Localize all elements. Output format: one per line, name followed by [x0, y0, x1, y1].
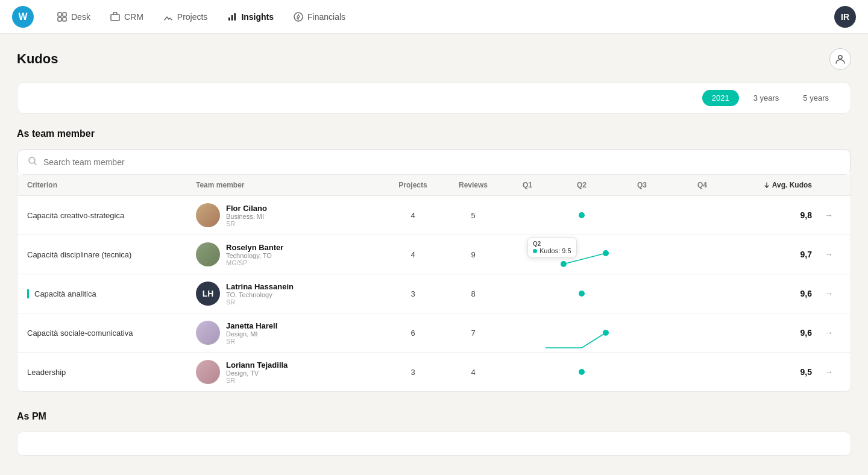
q2-cell [552, 212, 612, 218]
team-member-section: As team member Criterion Team member Pro… [17, 128, 851, 392]
pm-section: As PM [17, 411, 851, 456]
search-bar [17, 149, 851, 175]
svg-rect-6 [231, 15, 233, 20]
nav-item-financials[interactable]: Financials [285, 7, 354, 27]
tooltip-box: Q2 Kudos: 9.5 [527, 238, 577, 257]
table-row: Leadership Loriann Tejadilla Design, TV … [17, 353, 851, 391]
svg-rect-4 [111, 14, 119, 20]
avatar [196, 360, 220, 384]
crm-icon [110, 11, 121, 22]
pm-section-title: As PM [17, 411, 851, 422]
nav-item-insights[interactable]: Insights [218, 7, 282, 27]
member-cell: Janetta Harell Design, MI SR [196, 321, 383, 345]
table-row: Capacità analitica LH Latrina Hassanein … [17, 274, 851, 313]
projects-cell: 4 [383, 211, 443, 220]
financials-icon [293, 11, 304, 22]
reviews-cell: 4 [443, 368, 503, 377]
member-cell: LH Latrina Hassanein TO, Technology SR [196, 282, 383, 306]
filter-3years[interactable]: 3 years [744, 90, 789, 106]
projects-cell: 4 [383, 250, 443, 259]
svg-rect-1 [63, 13, 66, 16]
sort-icon [764, 182, 770, 188]
nav-items: Desk CRM Projects Insights [48, 7, 829, 27]
th-q4: Q4 [672, 181, 732, 189]
member-cell: Loriann Tejadilla Design, TV SR [196, 360, 383, 384]
svg-rect-0 [58, 13, 61, 16]
nav-item-desk[interactable]: Desk [48, 7, 99, 27]
th-q1: Q1 [503, 181, 552, 189]
table-row: Capacità sociale-comunicativa Janetta Ha… [17, 313, 851, 353]
th-q3: Q3 [612, 181, 672, 189]
svg-line-15 [582, 333, 606, 348]
q2-cell [552, 369, 612, 375]
avatar [196, 321, 220, 345]
projects-cell: 3 [383, 368, 443, 377]
table-header: Criterion Team member Projects Reviews Q… [17, 175, 851, 196]
app-logo[interactable]: W [12, 6, 34, 28]
mini-chart-svg [546, 327, 624, 353]
th-projects: Projects [383, 181, 443, 189]
table-row: Capacità creativo-strategica Flor Cilano… [17, 196, 851, 235]
page-title: Kudos [17, 51, 58, 67]
top-navigation: W Desk CRM Projects Ins [0, 0, 868, 34]
user-avatar[interactable]: IR [834, 6, 856, 28]
th-actions [817, 181, 841, 189]
row-arrow-button[interactable]: → [817, 367, 841, 377]
row-arrow-button[interactable]: → [817, 328, 841, 338]
svg-point-8 [294, 13, 303, 21]
projects-cell: 6 [383, 329, 443, 338]
filter-5years[interactable]: 5 years [793, 90, 838, 106]
svg-point-9 [838, 55, 842, 59]
member-cell: Flor Cilano Business, MI SR [196, 203, 383, 227]
criterion-cell: Capacità disciplinare (tecnica) [27, 250, 196, 259]
page-header: Kudos [17, 48, 851, 70]
criterion-cell: Capacità creativo-strategica [27, 211, 196, 220]
th-q2: Q2 [552, 181, 612, 189]
nav-item-crm[interactable]: CRM [101, 7, 152, 27]
filter-2021[interactable]: 2021 [702, 90, 739, 106]
pm-table-placeholder [17, 432, 851, 456]
svg-rect-3 [63, 17, 66, 21]
reviews-cell: 9 [443, 250, 503, 259]
insights-icon [227, 11, 237, 22]
criterion-cell: Leadership [27, 368, 196, 377]
member-cell: Roselyn Banter Technology, TO MG/SP [196, 242, 383, 266]
svg-rect-2 [58, 17, 61, 21]
table-row: Capacità disciplinare (tecnica) Roselyn … [17, 235, 851, 274]
page-content: Kudos 2021 3 years 5 years As team membe… [0, 34, 868, 470]
nav-item-projects[interactable]: Projects [154, 7, 216, 27]
avatar [196, 203, 220, 227]
svg-point-16 [603, 330, 609, 336]
search-input[interactable] [43, 157, 840, 167]
th-avg-kudos: Avg. Kudos [732, 181, 817, 189]
projects-cell: 3 [383, 289, 443, 298]
team-member-section-title: As team member [17, 128, 851, 139]
team-member-table: Criterion Team member Projects Reviews Q… [17, 149, 851, 392]
search-icon [28, 156, 37, 168]
reviews-cell: 8 [443, 289, 503, 298]
reviews-cell: 5 [443, 211, 503, 220]
criterion-cell-active: Capacità analitica [27, 289, 196, 298]
criterion-cell: Capacità sociale-comunicativa [27, 329, 196, 338]
th-reviews: Reviews [443, 181, 503, 189]
th-criterion: Criterion [27, 181, 196, 189]
filter-bar: 2021 3 years 5 years [17, 82, 851, 114]
profile-icon-button[interactable] [829, 48, 851, 70]
row-arrow-button[interactable]: → [817, 210, 841, 220]
q2-cell [552, 291, 612, 297]
svg-rect-5 [228, 17, 230, 20]
svg-point-13 [603, 250, 609, 256]
th-member: Team member [196, 181, 383, 189]
row-arrow-button[interactable]: → [817, 250, 841, 259]
desk-icon [57, 11, 68, 22]
avatar: LH [196, 282, 220, 306]
reviews-cell: 7 [443, 329, 503, 338]
svg-rect-7 [234, 13, 236, 20]
projects-icon [163, 11, 174, 22]
person-icon [835, 54, 846, 64]
avatar [196, 242, 220, 266]
row-arrow-button[interactable]: → [817, 289, 841, 298]
